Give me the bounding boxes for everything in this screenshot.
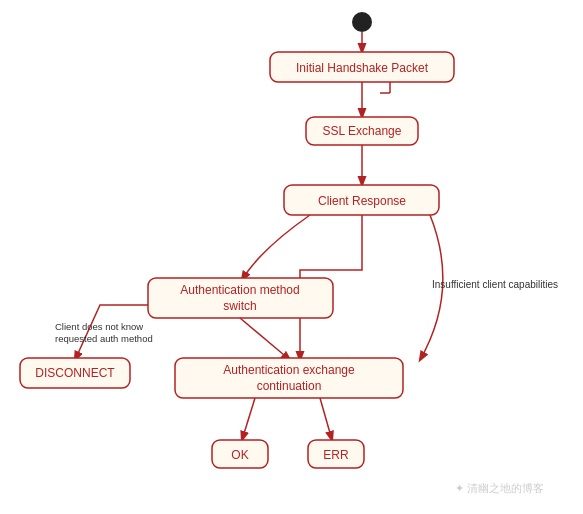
label-client-response: Client Response — [318, 194, 406, 208]
diagram-container: Initial Handshake Packet SSL Exchange Cl… — [0, 0, 583, 514]
edge-authswitch-authex — [240, 318, 290, 360]
edge-authex-err — [320, 398, 332, 440]
edge-authex-ok — [242, 398, 255, 440]
label-auth-switch-line2: switch — [223, 299, 256, 313]
label-err: ERR — [323, 448, 349, 462]
watermark: ✦ 清幽之地的博客 — [455, 482, 544, 494]
label-handshake: Initial Handshake Packet — [296, 61, 429, 75]
label-no-auth: Client does not know — [55, 321, 143, 332]
label-ssl: SSL Exchange — [323, 124, 402, 138]
label-no-auth2: requested auth method — [55, 333, 153, 344]
label-auth-switch-line1: Authentication method — [180, 283, 299, 297]
label-auth-exchange-line2: continuation — [257, 379, 322, 393]
label-insufficient: Insufficient client capabilities — [432, 279, 558, 290]
label-ok: OK — [231, 448, 248, 462]
label-auth-exchange-line1: Authentication exchange — [223, 363, 355, 377]
start-node — [352, 12, 372, 32]
label-disconnect: DISCONNECT — [35, 366, 115, 380]
